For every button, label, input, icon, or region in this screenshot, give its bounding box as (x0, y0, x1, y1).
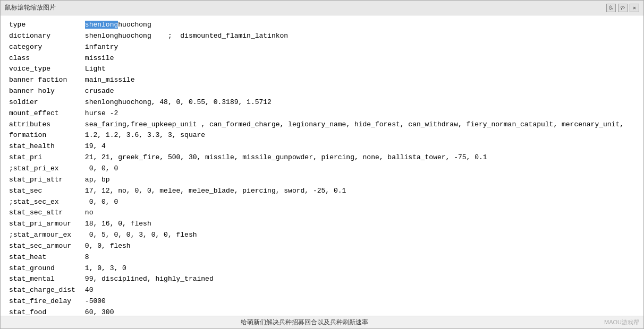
table-row: banner factionmain_missile (7, 75, 637, 86)
row-key: formation (7, 130, 83, 141)
row-value: hurse -2 (83, 108, 637, 119)
row-value: infantry (83, 42, 637, 53)
row-value: 0, 0, flesh (83, 241, 637, 252)
status-message: 给萌新们解决兵种招募回合以及兵种刷新速率 (5, 318, 604, 327)
row-value: Light (83, 64, 637, 75)
row-key: stat_charge_dist (7, 285, 83, 296)
table-row: attributessea_faring,free_upkeep_unit , … (7, 119, 637, 131)
row-key: mount_effect (7, 108, 83, 119)
table-row: ;stat_armour_ex 0, 5, 0, 0, 3, 0, 0, fle… (7, 230, 637, 241)
watermark-text: MAOU游戏帮 (604, 318, 639, 326)
minimize-button[interactable]: 🙕 (618, 4, 628, 12)
row-value: 40 (83, 285, 637, 296)
row-key: stat_heat (7, 252, 83, 263)
row-value: 0, 0, 0 (83, 163, 637, 175)
row-key: banner faction (7, 75, 83, 86)
row-key: ;stat_armour_ex (7, 230, 83, 241)
table-row: stat_mental99, disciplined, highly_train… (7, 274, 637, 285)
row-value: 21, 21, greek_fire, 500, 30, missile, mi… (83, 152, 637, 163)
row-value: sea_faring,free_upkeep_unit , can_formed… (83, 119, 637, 131)
row-value: main_missile (83, 75, 637, 86)
table-row: dictionaryshenlonghuochong ; dismounted_… (7, 31, 637, 42)
table-row: stat_pri_armour18, 16, 0, flesh (7, 219, 637, 230)
row-value: 99, disciplined, highly_trained (83, 274, 637, 285)
row-value: shenlonghuochong, 48, 0, 0.55, 0.3189, 1… (83, 97, 637, 108)
row-key: stat_pri (7, 152, 83, 163)
row-key: stat_mental (7, 274, 83, 285)
table-row: stat_charge_dist40 (7, 285, 637, 296)
window-controls: 🙗 🙕 ✕ (606, 4, 639, 12)
row-key: banner holy (7, 86, 83, 97)
table-row: stat_pri_attrap, bp (7, 175, 637, 186)
table-row: stat_sec_armour0, 0, flesh (7, 241, 637, 252)
window-title: 鼠标滚轮缩放图片 (5, 3, 56, 12)
table-row: mount_effecthurse -2 (7, 108, 637, 119)
row-key: stat_sec (7, 186, 83, 197)
content-area: typeshenlonghuochongdictionaryshenlonghu… (1, 15, 643, 316)
table-row: classmissile (7, 53, 637, 64)
main-window: 鼠标滚轮缩放图片 🙗 🙕 ✕ typeshenlonghuochongdicti… (0, 0, 644, 329)
table-row: banner holycrusade (7, 86, 637, 97)
row-value: 8 (83, 252, 637, 263)
row-value: 1.2, 1.2, 3.6, 3.3, 3, square (83, 130, 637, 141)
table-row: typeshenlonghuochong (7, 20, 637, 31)
restore-button[interactable]: 🙗 (606, 4, 616, 12)
row-value: no (83, 207, 637, 219)
row-key: voice_type (7, 64, 83, 75)
row-key: stat_health (7, 141, 83, 152)
table-row: ;stat_sec_ex 0, 0, 0 (7, 197, 637, 208)
table-row: stat_sec_attrno (7, 207, 637, 219)
row-value: ap, bp (83, 175, 637, 186)
status-bar: 给萌新们解决兵种招募回合以及兵种刷新速率 MAOU游戏帮 (1, 316, 643, 328)
row-key: stat_sec_armour (7, 241, 83, 252)
table-row: voice_typeLight (7, 64, 637, 75)
row-key: stat_food (7, 307, 83, 316)
highlighted-text: shenlong (85, 21, 118, 29)
row-key: ;stat_sec_ex (7, 197, 83, 208)
row-value: 1, 0, 3, 0 (83, 263, 637, 274)
row-key: ;stat_pri_ex (7, 163, 83, 175)
row-key: dictionary (7, 31, 83, 42)
row-value: 60, 300 (83, 307, 637, 316)
table-row: stat_fire_delay-5000 (7, 296, 637, 307)
row-value: 0, 0, 0 (83, 197, 637, 208)
table-row: ;stat_pri_ex 0, 0, 0 (7, 163, 637, 175)
table-row: stat_health19, 4 (7, 141, 637, 152)
row-value: crusade (83, 86, 637, 97)
table-row: stat_sec17, 12, no, 0, 0, melee, melee_b… (7, 186, 637, 197)
table-row: stat_ground1, 0, 3, 0 (7, 263, 637, 274)
row-key: stat_pri_armour (7, 219, 83, 230)
row-value: shenlonghuochong (83, 20, 637, 31)
row-value: 18, 16, 0, flesh (83, 219, 637, 230)
title-bar: 鼠标滚轮缩放图片 🙗 🙕 ✕ (1, 1, 643, 15)
table-row: stat_pri21, 21, greek_fire, 500, 30, mis… (7, 152, 637, 163)
table-row: stat_heat8 (7, 252, 637, 263)
table-row: soldiershenlonghuochong, 48, 0, 0.55, 0.… (7, 97, 637, 108)
row-key: soldier (7, 97, 83, 108)
row-key: category (7, 42, 83, 53)
row-key: attributes (7, 119, 83, 131)
row-key: type (7, 20, 83, 31)
row-value: 19, 4 (83, 141, 637, 152)
row-key: stat_fire_delay (7, 296, 83, 307)
row-key: class (7, 53, 83, 64)
close-button[interactable]: ✕ (630, 4, 639, 12)
row-key: stat_sec_attr (7, 207, 83, 219)
row-value: 0, 5, 0, 0, 3, 0, 0, flesh (83, 230, 637, 241)
row-key: stat_pri_attr (7, 175, 83, 186)
row-value: -5000 (83, 296, 637, 307)
table-row: stat_food60, 300 (7, 307, 637, 316)
table-row: categoryinfantry (7, 42, 637, 53)
row-value: 17, 12, no, 0, 0, melee, melee_blade, pi… (83, 186, 637, 197)
table-row: formation1.2, 1.2, 3.6, 3.3, 3, square (7, 130, 637, 141)
data-table: typeshenlonghuochongdictionaryshenlonghu… (7, 20, 637, 316)
row-value: shenlonghuochong ; dismounted_flamin_lat… (83, 31, 637, 42)
row-value: missile (83, 53, 637, 64)
row-key: stat_ground (7, 263, 83, 274)
